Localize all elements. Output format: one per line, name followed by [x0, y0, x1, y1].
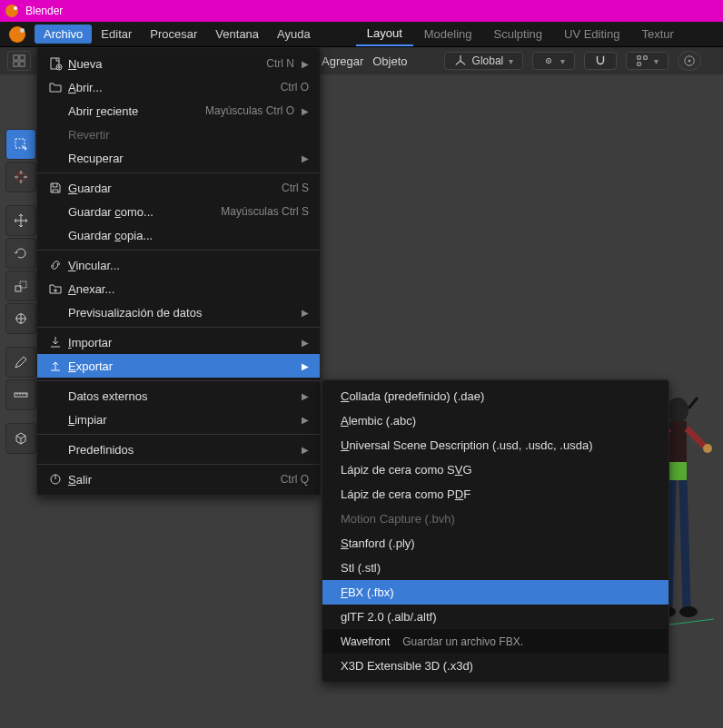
new-icon — [48, 56, 68, 71]
menu-item-vincular[interactable]: Vincular... — [37, 253, 320, 277]
submenu-item-wavefront[interactable]: WavefrontGuardar un archivo FBX. — [322, 629, 669, 654]
svg-point-7 — [688, 60, 691, 63]
window-title: Blender — [25, 5, 63, 17]
separator — [37, 380, 320, 381]
menu-item-abrir[interactable]: Abrir...Ctrl O — [37, 75, 320, 99]
header-add[interactable]: Agregar — [322, 54, 363, 68]
menu-item-revertir: Revertir — [37, 123, 320, 146]
menu-item-label: Anexar... — [68, 282, 309, 296]
submenu-label: FBX (.fbx) — [341, 585, 394, 599]
menu-item-salir[interactable]: SalirCtrl Q — [37, 467, 320, 491]
tool-select-box[interactable] — [5, 129, 36, 160]
window-titlebar: Blender — [0, 0, 723, 22]
circle-dot-icon — [683, 54, 696, 67]
menu-item-datos-externos[interactable]: Datos externos▶ — [37, 384, 320, 408]
tab-layout[interactable]: Layout — [356, 22, 413, 46]
submenu-item-stl-stl[interactable]: Stl (.stl) — [322, 556, 669, 580]
submenu-item-x3d-extensible-3d-x3d[interactable]: X3D Extensible 3D (.x3d) — [322, 654, 669, 678]
svg-rect-17 — [669, 462, 687, 480]
menu-item-label: Guardar como... — [68, 205, 221, 219]
menu-item-nueva[interactable]: NuevaCtrl N▶ — [37, 52, 320, 75]
cursor-icon — [14, 170, 28, 184]
submenu-arrow-icon: ▶ — [300, 391, 309, 401]
submenu-item-alembic-abc[interactable]: Alembic (.abc) — [322, 408, 669, 433]
menu-item-recuperar[interactable]: Recuperar▶ — [37, 146, 320, 170]
snap-toggle[interactable] — [584, 52, 617, 70]
editor-type-button[interactable] — [7, 51, 31, 71]
submenu-arrow-icon: ▶ — [300, 153, 309, 163]
chevron-down-icon: ▾ — [509, 56, 513, 66]
svg-rect-2 — [14, 62, 18, 66]
submenu-item-l-piz-de-cera-como-pdf[interactable]: Lápiz de cera como PDF — [322, 482, 669, 507]
submenu-item-gltf-2-0-alb-altf[interactable]: glTF 2.0 (.alb/.altf) — [322, 605, 669, 629]
submenu-item-stanford-ply[interactable]: Stanford (.ply) — [322, 531, 669, 556]
menu-item-previsualizaci-n-de-datos[interactable]: Previsualización de datos▶ — [37, 300, 320, 324]
orientation-label: Global — [472, 54, 504, 67]
transform-orientation[interactable]: Global ▾ — [444, 52, 524, 70]
tool-scale[interactable] — [5, 271, 36, 301]
tool-add[interactable] — [5, 423, 36, 454]
menu-item-label: Importar — [68, 336, 294, 349]
menu-archivo[interactable]: Archivo — [35, 25, 92, 44]
menu-item-exportar[interactable]: Exportar▶ — [37, 354, 320, 378]
append-icon — [48, 281, 68, 296]
tool-move[interactable] — [5, 205, 36, 236]
tool-cursor[interactable] — [5, 162, 36, 192]
pivot-button[interactable]: ▾ — [532, 52, 575, 70]
workspace-tabs: LayoutModelingSculptingUV EditingTextur — [356, 22, 685, 46]
submenu-label: X3D Extensible 3D (.x3d) — [341, 659, 473, 673]
chevron-down-icon: ▾ — [560, 56, 565, 66]
tool-measure[interactable] — [5, 379, 36, 410]
menu-editar[interactable]: Editar — [92, 22, 141, 46]
menu-item-predefinidos[interactable]: Predefinidos▶ — [37, 438, 320, 461]
menu-item-label: Vincular... — [68, 259, 309, 272]
menu-item-label: Previsualización de datos — [68, 306, 294, 320]
menu-item-guardar-como[interactable]: Guardar como...Mayúsculas Ctrl S — [37, 200, 320, 223]
tab-textur[interactable]: Textur — [630, 22, 684, 46]
snap-target[interactable]: ▾ — [626, 52, 669, 70]
header-object[interactable]: Objeto — [372, 54, 407, 68]
tab-modeling[interactable]: Modeling — [413, 22, 483, 46]
transform-icon — [14, 311, 28, 326]
menu-item-label: Predefinidos — [68, 443, 294, 457]
menu-procesar[interactable]: Procesar — [141, 22, 206, 46]
pencil-icon — [14, 355, 28, 369]
submenu-arrow-icon: ▶ — [300, 415, 309, 425]
menu-item-abrir-reciente[interactable]: Abrir recienteMayúsculas Ctrl O▶ — [37, 99, 320, 123]
tool-transform[interactable] — [5, 303, 36, 334]
menu-item-guardar[interactable]: GuardarCtrl S — [37, 176, 320, 200]
separator — [37, 172, 320, 173]
menu-item-guardar-copia[interactable]: Guardar copia... — [37, 223, 320, 247]
grid-icon — [13, 54, 25, 67]
tool-annotate[interactable] — [5, 347, 36, 378]
submenu-item-universal-scene-description-usd-usdc-usda[interactable]: Universal Scene Description (.usd, .usdc… — [322, 433, 669, 457]
shortcut: Ctrl S — [282, 182, 309, 194]
app-logo[interactable] — [0, 22, 35, 46]
submenu-arrow-icon: ▶ — [300, 338, 309, 348]
submenu-label: Universal Scene Description (.usd, .usdc… — [341, 438, 592, 452]
submenu-item-l-piz-de-cera-como-svg[interactable]: Lápiz de cera como SVG — [322, 457, 669, 482]
submenu-item-motion-capture-bvh: Motion Capture (.bvh) — [322, 507, 669, 531]
pivot-icon — [542, 54, 555, 67]
menu-item-importar[interactable]: Importar▶ — [37, 330, 320, 354]
menu-ventana[interactable]: Ventana — [206, 22, 268, 46]
shortcut: Ctrl Q — [281, 473, 309, 486]
select-box-icon — [14, 137, 28, 152]
tab-uv-editing[interactable]: UV Editing — [553, 22, 630, 46]
tool-rotate[interactable] — [5, 238, 36, 269]
menu-item-anexar[interactable]: Anexar... — [37, 277, 320, 300]
submenu-arrow-icon: ▶ — [300, 59, 309, 69]
svg-rect-1 — [20, 55, 25, 60]
scale-icon — [14, 279, 28, 293]
submenu-item-collada-predefinido-dae[interactable]: Collada (predefinido) (.dae) — [322, 384, 669, 408]
proportional-edit[interactable] — [678, 51, 701, 71]
submenu-label: Wavefront — [341, 635, 390, 648]
menu-item-limpiar[interactable]: Limpiar▶ — [37, 408, 320, 431]
open-icon — [48, 80, 68, 94]
menu-item-label: Datos externos — [68, 389, 294, 403]
submenu-item-fbx-fbx[interactable]: FBX (.fbx) — [322, 580, 669, 605]
quit-icon — [48, 472, 68, 487]
submenu-label: Alembic (.abc) — [341, 414, 416, 428]
tab-sculpting[interactable]: Sculpting — [483, 22, 553, 46]
menu-ayuda[interactable]: Ayuda — [268, 22, 320, 46]
